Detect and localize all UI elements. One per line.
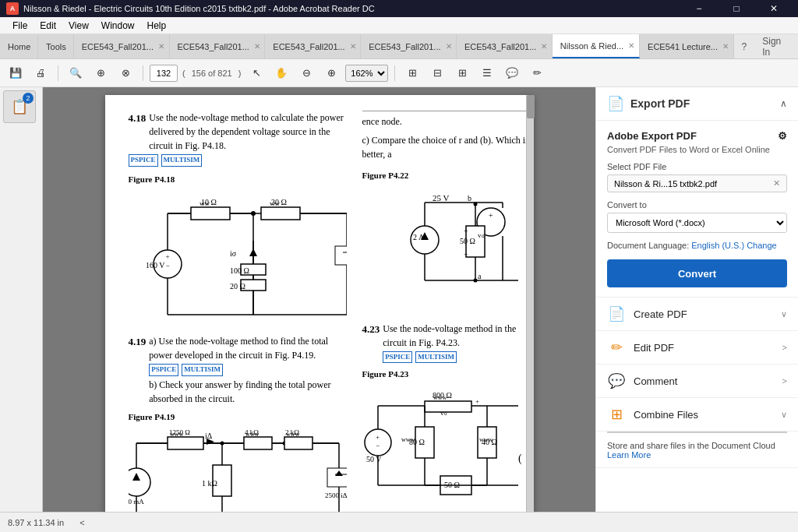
prob-418-number: 4.18 [129, 111, 147, 126]
circuit-p422: 25 V b + 2 A [362, 187, 534, 312]
print-button[interactable]: 🖨 [30, 62, 51, 84]
svg-text:www: www [479, 436, 493, 443]
tab-ece1-close[interactable]: ✕ [158, 42, 164, 51]
tab-ece5[interactable]: ECE543_Fall201... ✕ [457, 34, 553, 58]
svg-text:(: ( [518, 453, 522, 465]
tab-ece2-label: ECE543_Fall201... [178, 42, 249, 51]
comment-button[interactable]: 💬 [501, 62, 523, 84]
tab-ece4-label: ECE543_Fall201... [369, 42, 440, 51]
hand-tool[interactable]: ✋ [270, 62, 292, 84]
svg-text:160 V: 160 V [146, 261, 165, 270]
page-dimensions: 8.97 x 11.34 in [8, 518, 64, 527]
zoom-select[interactable]: 162% [345, 65, 388, 82]
create-pdf-row[interactable]: 📄 Create PDF ∨ [596, 298, 798, 331]
figure-p418-label: Figure P4.18 [129, 173, 347, 186]
fit-page-button[interactable]: ⊞ [401, 62, 423, 84]
circuit-p423: 800 Ω www v₀ + 80 Ω www [362, 384, 534, 509]
close-button[interactable]: ✕ [756, 0, 792, 17]
combine-files-row[interactable]: ⊞ Combine Files ∨ [596, 398, 798, 432]
save-button[interactable]: 💾 [5, 62, 26, 84]
learn-more-link[interactable]: Learn More [607, 450, 651, 460]
pdf-area[interactable]: 4.18 Use the node-voltage method to calc… [43, 87, 595, 512]
tab-ece1[interactable]: ECE543_Fall201... ✕ [74, 34, 170, 58]
menu-help[interactable]: Help [141, 19, 173, 33]
menu-window[interactable]: Window [95, 19, 141, 33]
page-total-text: 156 of 821 [192, 69, 232, 78]
comment-row[interactable]: 💬 Comment > [596, 365, 798, 398]
svg-text:www: www [245, 431, 260, 438]
edit-pdf-icon: ✏ [607, 339, 626, 356]
tab-ece3-close[interactable]: ✕ [350, 42, 356, 51]
minimize-button[interactable]: − [681, 0, 717, 17]
svg-point-18 [251, 211, 256, 216]
convert-button[interactable]: Convert [607, 259, 787, 287]
svg-text:−: − [464, 250, 468, 259]
scroll-indicator[interactable] [526, 95, 534, 512]
tab-ece5-close[interactable]: ✕ [541, 42, 547, 51]
tab-ece2[interactable]: ECE543_Fall201... ✕ [170, 34, 266, 58]
convert-to-label: Convert to [607, 200, 787, 210]
page-number-input[interactable] [150, 65, 178, 82]
tab-nilsson-close[interactable]: ✕ [628, 41, 634, 50]
menu-file[interactable]: File [6, 19, 34, 33]
restore-button[interactable]: □ [719, 0, 754, 17]
select-pdf-label: Select PDF File [607, 162, 787, 171]
nav-next-button[interactable]: ⊗ [115, 62, 136, 84]
right-panel-header: 📄 Export PDF ∧ [596, 87, 798, 121]
zoom-in-button[interactable]: ⊕ [320, 62, 342, 84]
adobe-settings-icon[interactable]: ⚙ [778, 130, 787, 142]
prob-419-number: 4.19 [129, 334, 147, 350]
new-tab-button[interactable]: ? [734, 34, 755, 58]
question-icon: ? [742, 41, 747, 52]
prob-419-parta: a) Use the node-voltage method to find t… [149, 334, 346, 362]
scroll-left-arrow[interactable]: < [79, 518, 84, 527]
tab-ece2-close[interactable]: ✕ [254, 42, 260, 51]
doc-language-label: Document Language: English (U.S.) Change [607, 241, 787, 250]
doc-lang-label-text: Document Language: [607, 241, 689, 250]
svg-text:www: www [433, 394, 447, 401]
tab-ece541-close[interactable]: ✕ [722, 42, 729, 51]
create-pdf-icon: 📄 [607, 305, 626, 322]
svg-rect-13 [261, 207, 300, 220]
svg-rect-92 [425, 401, 471, 412]
zoom-out-button[interactable]: ⊖ [295, 62, 317, 84]
prob-423-number: 4.23 [362, 322, 380, 337]
edit-button[interactable]: ✏ [526, 62, 548, 84]
two-page-button[interactable]: ⊞ [451, 62, 473, 84]
menu-view[interactable]: View [62, 19, 95, 33]
nav-prev-button[interactable]: ⊕ [90, 62, 111, 84]
fit-width-button[interactable]: ⊟ [426, 62, 448, 84]
store-text: Store and share files in the Document Cl… [607, 441, 775, 450]
comment-chevron: > [782, 376, 787, 386]
tab-nilsson[interactable]: Nilsson & Ried... ✕ [553, 34, 640, 58]
svg-text:www: www [401, 436, 415, 443]
tab-tools[interactable]: Tools [38, 34, 74, 58]
format-select[interactable]: Microsoft Word (*.docx) Excel (*.xlsx) [607, 213, 787, 233]
file-selector-clear[interactable]: ✕ [773, 178, 780, 188]
signin-button[interactable]: Sign In [754, 34, 798, 58]
panel-btn-1[interactable]: 2 📋 [3, 90, 36, 123]
create-pdf-chevron: ∨ [781, 309, 787, 319]
tab-ece3[interactable]: ECE543_Fall201... ✕ [265, 34, 361, 58]
cursor-tool[interactable]: ↖ [245, 62, 267, 84]
scroll-thumb[interactable] [527, 95, 535, 118]
edit-pdf-chevron: > [782, 343, 787, 352]
svg-text:b: b [468, 194, 471, 203]
ence-node-text: ence node. [362, 116, 402, 127]
right-panel-chevron[interactable]: ∧ [780, 98, 787, 109]
search-button[interactable]: 🔍 [65, 62, 87, 84]
file-selector[interactable]: Nilsson & Ri...15 txtbk2.pdf ✕ [607, 174, 787, 192]
tab-home[interactable]: Home [0, 34, 38, 58]
tab-ece541[interactable]: ECE541 Lecture... ✕ [640, 34, 733, 58]
scrolling-button[interactable]: ☰ [476, 62, 498, 84]
store-section: Store and share files in the Document Cl… [596, 433, 798, 468]
tab-ece4-close[interactable]: ✕ [446, 42, 452, 51]
adobe-export-title: Adobe Export PDF ⚙ [607, 130, 787, 142]
menu-edit[interactable]: Edit [34, 19, 62, 33]
svg-text:+: + [475, 397, 479, 405]
language-value[interactable]: English (U.S.) [691, 241, 744, 250]
change-language-link[interactable]: Change [747, 241, 777, 250]
tab-ece4[interactable]: ECE543_Fall201... ✕ [361, 34, 457, 58]
edit-pdf-row[interactable]: ✏ Edit PDF > [596, 331, 798, 365]
comment-icon: 💬 [607, 372, 626, 389]
